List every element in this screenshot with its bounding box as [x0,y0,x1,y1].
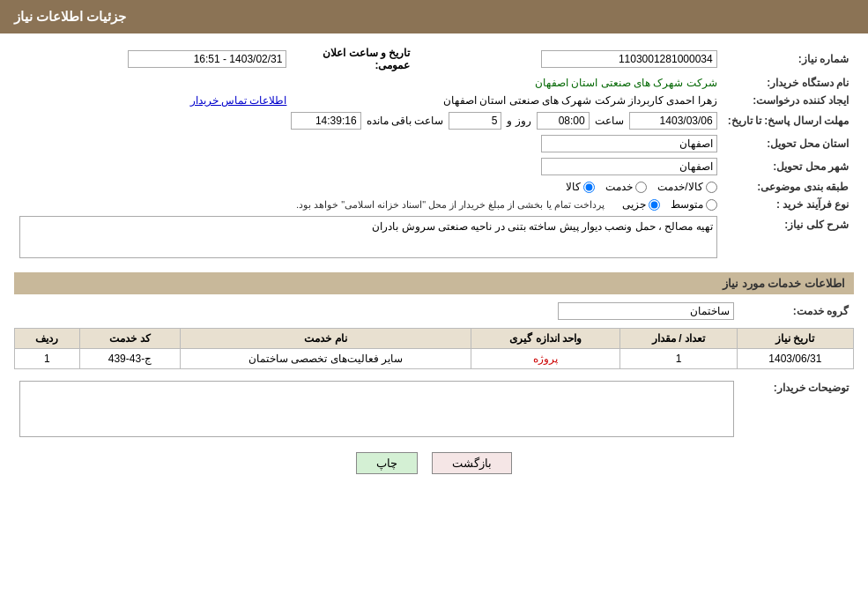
page-header: جزئیات اطلاعات نیاز [0,0,868,33]
col-date-header: تاریخ نیاز [737,329,853,349]
category-row: کالا/خدمت خدمت کالا [14,178,723,196]
service-qty: 1 [620,349,737,369]
service-group-table: گروه خدمت: [14,300,854,323]
city-input [541,158,717,175]
need-number-value [415,44,722,74]
need-description-value: تهیه مصالح ، حمل ونصب دیوار پیش ساخته بت… [14,213,723,264]
service-name: سایر فعالیت‌های تخصصی ساختمان [180,349,471,369]
main-info-table: شماره نیاز: تاریخ و ساعت اعلان عمومی: نا… [14,44,854,264]
page-title: جزئیات اطلاعات نیاز [14,9,126,24]
announce-date-value [14,44,292,74]
radio-khedmat-input[interactable] [635,182,647,193]
province-value [14,132,723,155]
print-button[interactable]: چاپ [356,452,418,474]
radio-kala-input[interactable] [583,182,595,193]
creator-label: ایجاد کننده درخواست: [723,92,854,109]
deadline-time-input [537,112,590,130]
main-content: شماره نیاز: تاریخ و ساعت اعلان عمومی: نا… [0,33,868,494]
city-value [14,155,723,178]
radio-motevaset-input[interactable] [706,199,717,211]
buyer-comment-box [19,381,734,437]
need-description-label: شرح کلی نیاز: [723,213,854,264]
radio-jozii: جزیی [622,198,660,211]
radio-jozii-label: جزیی [622,198,646,211]
col-unit-header: واحد اندازه گیری [471,329,620,349]
process-type-row: متوسط جزیی پرداخت تمام یا بخشی از مبلغ خ… [14,196,723,213]
services-section-title: اطلاعات خدمات مورد نیاز [14,272,854,294]
radio-khedmat-label: خدمت [605,181,633,193]
radio-motevaset-label: متوسط [671,198,703,211]
province-input [541,135,717,152]
province-label: استان محل تحویل: [723,132,854,155]
city-label: شهر محل تحویل: [723,155,854,178]
buyer-org-text: شرکت شهرک های صنعتی استان اصفهان [535,77,717,89]
service-unit: پروژه [471,349,620,369]
service-unit-link[interactable]: پروژه [533,353,558,365]
col-qty-header: تعداد / مقدار [620,329,737,349]
need-description-textarea: تهیه مصالح ، حمل ونصب دیوار پیش ساخته بت… [19,216,717,258]
process-note: پرداخت تمام یا بخشی از مبلغ خریدار از مح… [296,199,605,211]
days-label: روز و [507,115,530,127]
contact-link-cell: اطلاعات تماس خریدار [14,92,292,109]
col-row-header: ردیف [15,329,80,349]
page-wrapper: جزئیات اطلاعات نیاز شماره نیاز: تاریخ و … [0,0,868,609]
service-group-value [14,300,739,323]
back-button[interactable]: بازگشت [432,452,512,474]
service-code: ج-43-439 [79,349,180,369]
contact-link[interactable]: اطلاعات تماس خریدار [190,94,287,107]
buyer-comment-table: توضیحات خریدار: [14,376,854,440]
process-type-label: نوع فرآیند خرید : [723,196,854,213]
creator-text: زهرا احمدی کاربرداز شرکت شهرک های صنعتی … [443,94,717,107]
remaining-label: ساعت باقی مانده [367,115,444,127]
service-row: 1 [15,349,80,369]
announce-date-input [128,50,286,68]
radio-jozii-input[interactable] [649,199,660,211]
service-group-label: گروه خدمت: [739,300,854,323]
deadline-label: مهلت ارسال پاسخ: تا تاریخ: [723,109,854,132]
col-name-header: نام خدمت [180,329,471,349]
announce-date-label: تاریخ و ساعت اعلان عمومی: [292,44,415,74]
radio-kala: کالا [566,181,595,193]
buyer-org-value: شرکت شهرک های صنعتی استان اصفهان [14,74,723,92]
radio-kala-khedmat-label: کالا/خدمت [657,181,702,193]
service-group-input [558,302,734,320]
table-row: 1403/06/31 1 پروژه سایر فعالیت‌های تخصصی… [15,349,854,369]
need-number-label: شماره نیاز: [723,44,854,74]
category-label: طبقه بندی موضوعی: [723,178,854,196]
radio-khedmat: خدمت [605,181,647,193]
deadline-remaining-input [291,112,361,130]
creator-value: زهرا احمدی کاربرداز شرکت شهرک های صنعتی … [292,92,722,109]
deadline-row: ساعت روز و ساعت باقی مانده [14,109,723,132]
services-table: تاریخ نیاز تعداد / مقدار واحد اندازه گیر… [14,328,854,369]
radio-kala-khedmat: کالا/خدمت [657,181,716,193]
deadline-date-input [629,112,717,130]
buyer-comment-cell [14,376,739,440]
footer-buttons: بازگشت چاپ [14,452,854,474]
deadline-days-input [449,112,501,130]
service-date: 1403/06/31 [737,349,853,369]
col-code-header: کد خدمت [79,329,180,349]
radio-kala-khedmat-input[interactable] [706,182,717,193]
radio-kala-label: کالا [566,181,581,193]
need-number-input [541,50,717,68]
time-label: ساعت [595,115,624,127]
buyer-org-label: نام دستگاه خریدار: [723,74,854,92]
radio-motevaset: متوسط [671,198,717,211]
buyer-comment-label: توضیحات خریدار: [739,376,854,440]
